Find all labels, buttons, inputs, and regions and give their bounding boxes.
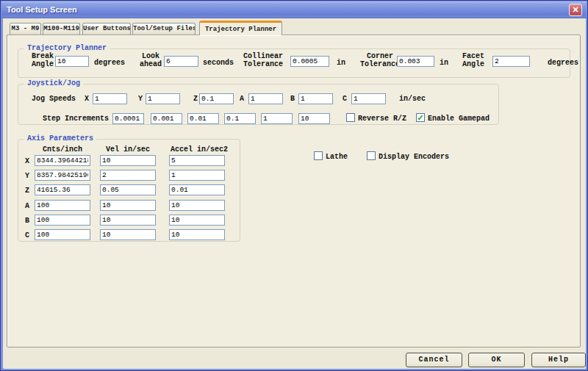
facet-angle-input[interactable] [492,56,530,67]
tool-setup-window: Tool Setup Screen ✕ M3 - M9 M100-M119 Us… [0,0,588,371]
look-ahead-label: Look ahead [136,52,165,68]
a-cnts-input[interactable] [35,200,90,211]
dialog-content: M3 - M9 M100-M119 User Buttons Tool/Setu… [4,18,586,369]
x-accel-input[interactable] [169,155,225,166]
jog-z-label: Z [193,95,198,103]
step-increment-3-input[interactable] [187,113,219,124]
jog-a-input[interactable] [248,93,283,104]
jog-c-input[interactable] [351,93,386,104]
collinear-tolerance-input[interactable] [290,56,329,67]
collinear-tolerance-label: Collinear Tolerance [239,52,287,68]
c-vel-input[interactable] [100,229,156,240]
y-vel-input[interactable] [100,170,156,181]
axis-z-label: Z [23,187,32,195]
step-increment-5-input[interactable] [261,113,293,124]
axis-c-label: C [23,231,32,239]
accel-header: Accel in/sec2 [169,145,229,154]
b-accel-input[interactable] [169,215,225,226]
step-increment-4-input[interactable] [224,113,256,124]
corner-tolerance-input[interactable] [397,56,434,67]
a-accel-input[interactable] [169,200,225,211]
tab-trajectory-planner[interactable]: Trajectory Planner [199,21,282,35]
axis-x-label: X [23,157,32,165]
tab-m100-m119[interactable]: M100-M119 [43,23,80,35]
reverse-rz-checkbox[interactable] [346,113,355,122]
vel-header: Vel in/sec [100,145,156,154]
collinear-tolerance-unit: in [337,59,345,67]
break-angle-input[interactable] [55,56,89,67]
jog-y-input[interactable] [146,93,180,104]
jog-x-input[interactable] [93,93,127,104]
facet-angle-unit: degrees [548,59,578,67]
z-accel-input[interactable] [169,184,225,195]
display-encoders-label: Display Encoders [379,153,449,161]
cnts-inch-header: Cnts/inch [35,145,90,154]
y-cnts-input[interactable] [35,170,90,181]
trajectory-planner-group: Trajectory Planner Break Angle degrees L… [18,48,570,78]
joystick-jog-group-caption: Joystick/Jog [24,79,83,87]
close-icon: ✕ [572,5,578,14]
axis-b-label: B [23,217,32,225]
c-cnts-input[interactable] [35,229,90,240]
step-increments-label: Step Increments [43,115,109,123]
close-button[interactable]: ✕ [569,4,582,16]
axis-parameters-group: Axis Parameters Cnts/inch Vel in/sec Acc… [18,139,240,242]
titlebar: Tool Setup Screen ✕ [1,1,587,18]
jog-c-label: C [343,95,347,103]
tab-m3-m9[interactable]: M3 - M9 [10,23,41,35]
b-cnts-input[interactable] [35,215,90,226]
look-ahead-input[interactable] [164,56,198,67]
x-vel-input[interactable] [100,155,156,166]
step-increment-6-input[interactable] [298,113,330,124]
step-increment-1-input[interactable] [112,113,144,124]
jog-z-input[interactable] [199,93,234,104]
trajectory-planner-page: Trajectory Planner Break Angle degrees L… [7,35,581,347]
reverse-rz-label: Reverse R/Z [358,115,406,123]
trajectory-planner-group-caption: Trajectory Planner [24,44,110,52]
facet-angle-label: Facet Angle [457,52,490,68]
corner-tolerance-label: Corner Tolerance [357,52,403,68]
tab-tool-setup-files[interactable]: Tool/Setup Files [132,23,196,35]
cancel-button[interactable]: Cancel [406,353,462,367]
enable-gamepad-checkbox[interactable]: ✓ [416,113,425,122]
lathe-label: Lathe [326,153,348,161]
y-accel-input[interactable] [169,170,225,181]
break-angle-unit: degrees [94,59,125,67]
z-vel-input[interactable] [100,184,156,195]
jog-unit-label: in/sec [399,95,426,103]
look-ahead-unit: seconds [203,59,234,67]
jog-b-label: B [290,95,295,103]
help-button[interactable]: Help [531,353,586,367]
jog-b-input[interactable] [298,93,333,104]
c-accel-input[interactable] [169,229,225,240]
corner-tolerance-unit: in [440,59,448,67]
axis-a-label: A [23,202,32,210]
joystick-jog-group: Joystick/Jog Jog Speeds X Y Z A B C in/s… [18,84,499,125]
jog-y-label: Y [138,95,143,103]
tab-user-buttons[interactable]: User Buttons [82,23,131,35]
step-increment-2-input[interactable] [151,113,182,124]
ok-button[interactable]: OK [468,353,525,367]
a-vel-input[interactable] [100,200,156,211]
display-encoders-checkbox[interactable] [367,151,376,160]
lathe-checkbox[interactable] [314,151,323,160]
jog-x-label: X [85,95,89,103]
window-title: Tool Setup Screen [7,5,77,14]
x-cnts-input[interactable] [35,155,90,166]
axis-y-label: Y [23,172,32,180]
enable-gamepad-label: Enable Gamepad [428,115,490,123]
z-cnts-input[interactable] [35,184,90,195]
jog-a-label: A [240,95,244,103]
b-vel-input[interactable] [100,215,156,226]
axis-parameters-group-caption: Axis Parameters [24,134,96,143]
jog-speeds-label: Jog Speeds [32,95,76,103]
